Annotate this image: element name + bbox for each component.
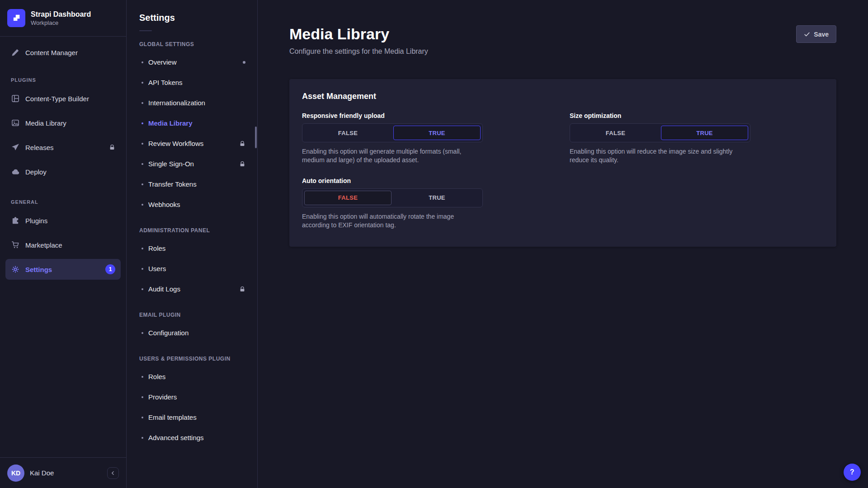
- gear-icon: [11, 265, 20, 273]
- help-button[interactable]: ?: [844, 464, 861, 481]
- settings-notification-badge: 1: [105, 264, 115, 274]
- subnav-item-label: Roles: [148, 373, 165, 380]
- shopping-cart-icon: [11, 241, 20, 249]
- subnav-item-api-tokens[interactable]: API Tokens: [127, 72, 257, 93]
- sidebar-item-label: Media Library: [25, 119, 66, 127]
- responsive-upload-true-option[interactable]: TRUE: [393, 126, 481, 140]
- bullet-icon: [142, 143, 143, 145]
- auto-orientation-true-option[interactable]: TRUE: [393, 191, 481, 205]
- subnav-item-label: Webhooks: [148, 201, 180, 208]
- subnav-item-label: Users: [148, 265, 166, 272]
- save-button[interactable]: Save: [796, 25, 836, 43]
- subnav-title: Settings: [127, 13, 257, 23]
- subnav-item-email-configuration[interactable]: Configuration: [127, 323, 257, 343]
- bullet-icon: [142, 204, 143, 206]
- subnav-item-single-sign-on[interactable]: Single Sign-On: [127, 154, 257, 174]
- subnav-item-label: Single Sign-On: [148, 160, 194, 168]
- picture-icon: [11, 119, 20, 127]
- auto-orientation-toggle: FALSE TRUE: [302, 188, 483, 207]
- bullet-icon: [142, 396, 143, 398]
- subnav-item-label: Media Library: [148, 119, 193, 127]
- size-optimization-false-option[interactable]: FALSE: [572, 126, 659, 140]
- subnav-item-label: Roles: [148, 244, 165, 252]
- bullet-icon: [142, 417, 143, 418]
- subnav-section-global-settings: GLOBAL SETTINGS: [127, 31, 257, 52]
- bullet-icon: [142, 376, 143, 378]
- subnav-item-providers[interactable]: Providers: [127, 387, 257, 407]
- sidebar-item-label: Content-Type Builder: [25, 95, 89, 103]
- responsive-upload-toggle: FALSE TRUE: [302, 123, 483, 142]
- sidebar-item-releases[interactable]: Releases: [5, 137, 121, 158]
- field-label: Auto orientation: [302, 177, 556, 184]
- sidebar-item-marketplace[interactable]: Marketplace: [5, 235, 121, 255]
- bullet-icon: [142, 248, 143, 249]
- field-hint: Enabling this option will reduce the ima…: [570, 147, 750, 164]
- subnav-item-label: Overview: [148, 58, 177, 66]
- subnav-item-label: Email templates: [148, 413, 197, 421]
- field-label: Responsive friendly upload: [302, 112, 556, 119]
- puzzle-icon: [11, 216, 20, 225]
- size-optimization-toggle: FALSE TRUE: [570, 123, 750, 142]
- subnav-item-media-library[interactable]: Media Library: [127, 113, 257, 133]
- page-subtitle: Configure the settings for the Media Lib…: [289, 47, 428, 56]
- chevron-left-icon: [110, 470, 116, 476]
- workspace-subtitle: Workplace: [31, 19, 91, 26]
- field-responsive-friendly-upload: Responsive friendly upload FALSE TRUE En…: [302, 112, 556, 164]
- subnav-scrollbar-thumb[interactable]: [255, 127, 257, 148]
- subnav-item-label: Audit Logs: [148, 285, 180, 293]
- save-button-label: Save: [814, 31, 829, 38]
- subnav-item-label: Review Workflows: [148, 140, 203, 147]
- sidebar-item-label: Settings: [25, 266, 52, 273]
- sidebar-item-content-type-builder[interactable]: Content-Type Builder: [5, 88, 121, 109]
- sidebar-item-label: Plugins: [25, 217, 47, 225]
- bullet-icon: [142, 437, 143, 439]
- bullet-icon: [142, 268, 143, 270]
- workspace-title-block: Strapi Dashboard Workplace: [31, 10, 91, 26]
- paper-plane-icon: [11, 143, 20, 151]
- user-menu[interactable]: KD Kai Doe: [0, 457, 126, 488]
- bullet-icon: [142, 332, 143, 334]
- subnav-item-label: Configuration: [148, 329, 189, 337]
- check-icon: [804, 31, 810, 38]
- settings-subnav: Settings GLOBAL SETTINGS Overview API To…: [127, 0, 258, 488]
- page-title-block: Media Library Configure the settings for…: [289, 25, 428, 56]
- sidebar-item-settings[interactable]: Settings 1: [5, 259, 121, 280]
- workspace-title: Strapi Dashboard: [31, 10, 91, 19]
- subnav-item-internationalization[interactable]: Internationalization: [127, 93, 257, 113]
- subnav-item-transfer-tokens[interactable]: Transfer Tokens: [127, 174, 257, 194]
- layout-grid-icon: [11, 94, 20, 103]
- bullet-icon: [142, 82, 143, 84]
- sidebar-item-label: Releases: [25, 144, 54, 151]
- auto-orientation-false-option[interactable]: FALSE: [304, 191, 392, 205]
- workspace-brand: Strapi Dashboard Workplace: [0, 0, 126, 37]
- sidebar-item-label: Deploy: [25, 168, 47, 176]
- subnav-item-audit-logs[interactable]: Audit Logs: [127, 279, 257, 299]
- notification-dot-icon: [243, 61, 245, 64]
- size-optimization-true-option[interactable]: TRUE: [661, 126, 748, 140]
- bullet-icon: [142, 102, 143, 104]
- subnav-item-advanced-settings[interactable]: Advanced settings: [127, 427, 257, 448]
- subnav-item-webhooks[interactable]: Webhooks: [127, 194, 257, 215]
- subnav-item-overview[interactable]: Overview: [127, 52, 257, 72]
- subnav-item-label: Advanced settings: [148, 434, 204, 441]
- subnav-item-admin-roles[interactable]: Roles: [127, 238, 257, 258]
- collapse-sidebar-button[interactable]: [107, 467, 119, 479]
- page-title: Media Library: [289, 25, 428, 43]
- sidebar-item-media-library[interactable]: Media Library: [5, 113, 121, 133]
- subnav-item-up-roles[interactable]: Roles: [127, 366, 257, 387]
- lock-icon: [239, 141, 245, 147]
- sidebar-item-label: Content Manager: [25, 49, 78, 56]
- user-avatar: KD: [7, 465, 24, 482]
- main-content: Media Library Configure the settings for…: [258, 0, 868, 488]
- responsive-upload-false-option[interactable]: FALSE: [304, 126, 392, 140]
- user-name: Kai Doe: [30, 469, 54, 477]
- subnav-item-email-templates[interactable]: Email templates: [127, 407, 257, 427]
- field-size-optimization: Size optimization FALSE TRUE Enabling th…: [570, 112, 824, 164]
- sidebar-item-plugins[interactable]: Plugins: [5, 210, 121, 231]
- subnav-item-review-workflows[interactable]: Review Workflows: [127, 133, 257, 154]
- subnav-item-admin-users[interactable]: Users: [127, 258, 257, 279]
- subnav-section-administration-panel: ADMINISTRATION PANEL: [127, 215, 257, 238]
- cloud-icon: [11, 168, 20, 176]
- sidebar-item-deploy[interactable]: Deploy: [5, 161, 121, 182]
- sidebar-item-content-manager[interactable]: Content Manager: [5, 42, 121, 63]
